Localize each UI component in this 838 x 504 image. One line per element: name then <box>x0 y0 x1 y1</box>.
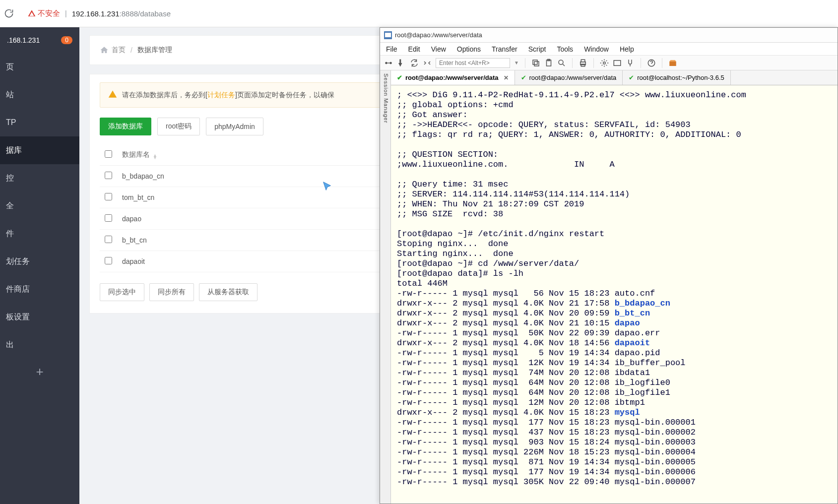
url-host: 192.168.1.231 <box>72 9 120 18</box>
server-ip: .168.1.231 <box>7 36 40 44</box>
url-path: :8888/database <box>120 9 171 18</box>
sidebar-item[interactable]: TP <box>0 109 79 136</box>
dropdown-icon[interactable]: ▼ <box>514 60 519 65</box>
insecure-label: 不安全 <box>38 9 60 18</box>
session-tab[interactable]: ✔root@localhost:~/Python-3.6.5 <box>623 70 730 85</box>
tab-label: root@localhost:~/Python-3.6.5 <box>637 74 724 81</box>
session-options-icon[interactable] <box>613 59 622 67</box>
svg-rect-15 <box>669 62 676 66</box>
svg-rect-13 <box>614 60 621 65</box>
row-checkbox[interactable] <box>105 236 112 243</box>
secure-fx-icon[interactable] <box>668 59 677 67</box>
close-icon[interactable]: ✕ <box>504 74 509 81</box>
disconnect-icon[interactable] <box>423 59 432 67</box>
svg-rect-1 <box>385 33 391 37</box>
check-icon: ✔ <box>629 74 634 81</box>
home-icon[interactable] <box>100 46 109 55</box>
svg-point-3 <box>389 62 392 64</box>
session-manager-tab[interactable]: Session Manager <box>380 70 391 504</box>
sidebar: .168.1.231 0 页站TP据库控全件划任务件商店板设置出 + <box>0 27 79 504</box>
reload-icon[interactable] <box>4 8 14 18</box>
sidebar-item[interactable]: 件商店 <box>0 275 79 303</box>
session-tab[interactable]: ✔root@dapao:/www/server/data <box>515 70 623 85</box>
keymap-icon[interactable] <box>626 59 635 67</box>
sidebar-item[interactable]: 站 <box>0 81 79 109</box>
svg-point-2 <box>385 62 387 64</box>
row-checkbox[interactable] <box>105 193 112 200</box>
sidebar-item[interactable]: 全 <box>0 192 79 220</box>
session-tab[interactable]: ✔root@dapao:/www/server/data✕ <box>391 70 515 85</box>
menu-item[interactable]: Options <box>457 45 481 53</box>
tab-label: root@dapao:/www/server/data <box>529 74 617 81</box>
sidebar-item[interactable]: 出 <box>0 331 79 359</box>
add-tab-button[interactable]: + <box>0 359 79 384</box>
select-all-checkbox[interactable] <box>105 150 112 158</box>
row-checkbox[interactable] <box>105 257 112 264</box>
tab-label: root@dapao:/www/server/data <box>405 74 499 81</box>
menu-item[interactable]: Help <box>620 45 634 53</box>
reconnect-icon[interactable] <box>410 59 419 67</box>
fetch-from-server-button[interactable]: 从服务器获取 <box>199 283 258 301</box>
find-icon[interactable] <box>557 59 566 67</box>
svg-rect-4 <box>534 62 539 66</box>
toolbar: ▼ <box>380 56 838 70</box>
sort-icon: ▲▼ <box>153 154 157 159</box>
svg-rect-5 <box>533 60 537 64</box>
sidebar-item[interactable]: 控 <box>0 164 79 192</box>
copy-icon[interactable] <box>531 59 540 67</box>
sync-selected-button[interactable]: 同步选中 <box>100 283 144 301</box>
svg-point-8 <box>559 60 563 64</box>
alert-text-before: 请在添加数据库后，务必到[ <box>122 91 207 100</box>
browser-address-bar: 不安全 | 192.168.1.231:8888/database <box>0 0 838 27</box>
menu-item[interactable]: Edit <box>408 45 420 53</box>
menu-item[interactable]: Window <box>584 45 609 53</box>
sidebar-item[interactable]: 据库 <box>0 136 79 164</box>
insecure-badge: 不安全 <box>28 9 60 18</box>
window-titlebar[interactable]: root@dapao:/www/server/data <box>380 28 838 43</box>
terminal-window: root@dapao:/www/server/data FileEditView… <box>380 27 838 504</box>
phpmyadmin-button[interactable]: phpMyAdmin <box>206 118 263 135</box>
notif-badge[interactable]: 0 <box>61 36 72 44</box>
quick-connect-icon[interactable] <box>397 59 406 67</box>
breadcrumb-sep: / <box>130 46 132 54</box>
sync-all-button[interactable]: 同步所有 <box>149 283 194 301</box>
svg-rect-10 <box>581 60 585 62</box>
menu-item[interactable]: View <box>431 45 446 53</box>
menu-item[interactable]: Script <box>528 45 546 53</box>
host-input[interactable] <box>436 58 510 68</box>
sidebar-item[interactable]: 件 <box>0 220 79 248</box>
window-title: root@dapao:/www/server/data <box>395 31 482 39</box>
row-checkbox[interactable] <box>105 214 112 222</box>
warning-icon <box>108 90 117 100</box>
check-icon: ✔ <box>521 74 526 81</box>
sidebar-item[interactable]: 划任务 <box>0 248 79 275</box>
app-icon <box>384 31 392 39</box>
sidebar-item[interactable]: 板设置 <box>0 303 79 331</box>
terminal-output[interactable]: ; <<>> DiG 9.11.4-P2-RedHat-9.11.4-9.P2.… <box>391 85 838 504</box>
menu-bar: FileEditViewOptionsTransferScriptToolsWi… <box>380 43 838 56</box>
add-database-button[interactable]: 添加数据库 <box>100 118 151 135</box>
connect-icon[interactable] <box>384 59 393 67</box>
alert-text-after: ]页面添加定时备份任务，以确保 <box>235 91 334 100</box>
sidebar-item[interactable]: 页 <box>0 53 79 81</box>
row-checkbox[interactable] <box>105 172 112 179</box>
root-password-button[interactable]: root密码 <box>157 118 200 135</box>
session-tabs: ✔root@dapao:/www/server/data✕✔root@dapao… <box>391 70 838 85</box>
breadcrumb-home[interactable]: 首页 <box>112 46 126 55</box>
breadcrumb-current: 数据库管理 <box>137 46 172 55</box>
menu-item[interactable]: Transfer <box>492 45 517 53</box>
settings-icon[interactable] <box>600 59 609 67</box>
check-icon: ✔ <box>397 74 402 81</box>
help-icon[interactable] <box>647 59 656 67</box>
server-header: .168.1.231 0 <box>0 27 79 53</box>
svg-point-12 <box>603 62 606 64</box>
url-display[interactable]: 192.168.1.231:8888/database <box>72 9 171 18</box>
divider: | <box>65 9 67 17</box>
menu-item[interactable]: File <box>386 45 397 53</box>
menu-item[interactable]: Tools <box>557 45 573 53</box>
paste-icon[interactable] <box>544 59 553 67</box>
alert-link[interactable]: 计划任务 <box>207 91 235 100</box>
print-icon[interactable] <box>579 59 587 67</box>
